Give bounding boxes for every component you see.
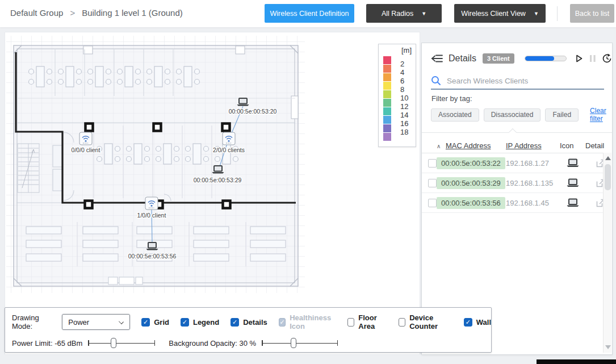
chevron-down-icon: ▼	[421, 11, 426, 16]
back-to-list-button[interactable]: Back to list	[570, 4, 614, 23]
slider-thumb[interactable]	[111, 338, 116, 348]
slider-thumb[interactable]	[291, 338, 296, 348]
chevron-down-icon	[119, 319, 124, 324]
table-row[interactable]: 00:00:5e:00:53:56 192.168.1.45	[422, 193, 604, 213]
slider-track	[88, 343, 155, 344]
top-bar: Default Group>Building 1 level 1 (Ground…	[0, 0, 616, 27]
legend-swatch	[383, 133, 391, 141]
slider-tick	[337, 340, 338, 346]
legend-swatch	[383, 82, 391, 90]
client-mac-label: 00:00:5e:00:53:29	[194, 177, 242, 183]
checkbox-box[interactable]	[141, 318, 150, 327]
filter-disassociated-button[interactable]: Disassociated	[484, 108, 541, 122]
wall-marker	[223, 124, 230, 131]
legend-swatch	[383, 56, 391, 64]
wall-marker	[86, 124, 93, 131]
wireless-client-view-dropdown[interactable]: Wireless Client View ▼	[454, 4, 546, 23]
column-mac-address[interactable]: MAC Address	[446, 141, 491, 150]
column-icon: Icon	[560, 141, 585, 150]
checkbox-healthiness-icon: Healthiness Icon	[279, 313, 336, 330]
search-input[interactable]	[447, 77, 589, 85]
checkbox-label: Device Counter	[409, 313, 452, 330]
row-checkbox[interactable]	[428, 179, 437, 187]
legend-swatch	[383, 107, 391, 115]
slider-tick	[262, 340, 263, 346]
access-point-icon[interactable]	[223, 132, 235, 145]
legend-tick: 8	[400, 85, 414, 94]
search-wireless-clients	[431, 73, 604, 90]
checkbox-grid[interactable]: Grid	[141, 318, 169, 327]
legend-tick: 4	[400, 68, 414, 77]
checkbox-box[interactable]	[231, 318, 239, 327]
pause-icon[interactable]	[589, 55, 596, 62]
checkbox-box[interactable]	[181, 318, 189, 327]
ap-label: 1/0/0 client	[137, 212, 166, 219]
ap-label: 0/0/0 client	[72, 147, 100, 153]
scroll-down-icon[interactable]	[605, 345, 611, 349]
power-limit-slider[interactable]	[88, 337, 155, 349]
legend-swatch	[383, 124, 391, 132]
clear-filter-link[interactable]: Clear filter	[590, 107, 612, 123]
legend-tick: 12	[400, 102, 414, 111]
checkbox-box	[279, 318, 286, 327]
checkbox-label: Floor Area	[358, 313, 387, 330]
laptop-icon[interactable]	[237, 98, 249, 106]
column-detail: Detail	[585, 141, 615, 150]
floorplan-canvas[interactable]: 0/0/0 client 2/0/0 clients 1/0/0 client …	[5, 32, 420, 355]
play-icon[interactable]	[575, 54, 584, 63]
checkbox-label: Healthiness Icon	[290, 313, 336, 330]
divider-notch	[509, 128, 517, 136]
checkbox-wall[interactable]: Wall	[464, 318, 491, 327]
slider-tick	[154, 340, 156, 346]
drawing-mode-select[interactable]: Power	[62, 314, 130, 330]
ip-address-cell: 192.168.1.45	[506, 199, 560, 207]
background-opacity-label: Background Opacity: 30 %	[169, 339, 256, 348]
wall-marker	[154, 124, 161, 131]
access-point-icon[interactable]	[79, 132, 92, 145]
checkbox-details[interactable]: Details	[231, 318, 267, 327]
client-mac-label: 00:00:5e:00:53:20	[229, 108, 277, 115]
all-radios-dropdown[interactable]: All Radios ▼	[366, 4, 442, 23]
background-opacity-slider[interactable]	[262, 337, 338, 349]
checkbox-box[interactable]	[464, 318, 472, 327]
checkbox-box[interactable]	[347, 318, 354, 327]
mac-address-cell: 00:00:5e:00:53:22	[437, 157, 505, 169]
filter-failed-button[interactable]: Failed	[545, 108, 579, 122]
filter-associated-button[interactable]: Associated	[431, 108, 479, 122]
table-row[interactable]: 00:00:5e:00:53:29 192.168.1.135	[422, 173, 604, 193]
sort-asc-icon[interactable]: ∧	[437, 143, 441, 149]
laptop-icon	[567, 178, 579, 187]
refresh-icon[interactable]	[602, 53, 612, 64]
checkbox-floor-area[interactable]: Floor Area	[347, 313, 387, 330]
search-icon	[431, 76, 441, 86]
legend-swatch	[383, 116, 391, 124]
checkbox-label: Legend	[193, 318, 219, 327]
scrollbar-thumb[interactable]	[605, 164, 611, 190]
legend-swatch	[383, 65, 391, 73]
checkbox-legend[interactable]: Legend	[181, 318, 219, 327]
toolbar-divider	[557, 6, 558, 21]
wireless-client-view-label: Wireless Client View	[461, 10, 526, 18]
row-checkbox[interactable]	[428, 159, 437, 168]
floorplan-svg: 0/0/0 client 2/0/0 clients 1/0/0 client …	[5, 32, 420, 354]
access-point-icon[interactable]	[145, 197, 158, 210]
ap-label: 2/0/0 clients	[213, 147, 245, 153]
scroll-up-icon[interactable]	[605, 156, 611, 160]
client-table-header: ∧ MAC Address IP Address Icon Detail	[422, 138, 604, 153]
column-ip-address[interactable]: IP Address	[506, 141, 542, 150]
details-header: Details 3 Client	[431, 52, 612, 65]
breadcrumb-group[interactable]: Default Group	[10, 8, 63, 18]
checkbox-box[interactable]	[399, 318, 405, 327]
laptop-icon[interactable]	[146, 242, 158, 250]
panel-scrollbar[interactable]	[603, 153, 611, 353]
wireless-client-definition-button[interactable]: Wireless Client Definition	[265, 4, 354, 23]
collapse-panel-icon[interactable]	[431, 53, 443, 64]
app-window: Default Group>Building 1 level 1 (Ground…	[0, 0, 616, 364]
checkbox-device-counter[interactable]: Device Counter	[399, 313, 452, 330]
table-row[interactable]: 00:00:5e:00:53:22 192.168.1.27	[422, 153, 604, 173]
legend-unit-label: [m]	[401, 46, 412, 55]
row-checkbox[interactable]	[428, 199, 437, 207]
client-mac-label: 00:00:5e:00:53:56	[128, 253, 177, 260]
breadcrumb-page: Building 1 level 1 (Ground)	[82, 8, 183, 18]
laptop-icon[interactable]	[212, 166, 224, 174]
